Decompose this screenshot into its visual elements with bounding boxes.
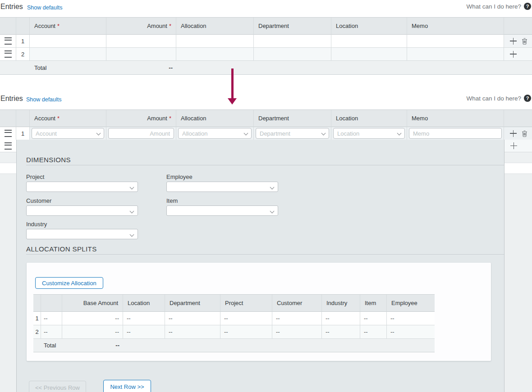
department-cell[interactable] bbox=[254, 48, 331, 61]
account-cell[interactable] bbox=[30, 35, 106, 48]
table-row: 2 bbox=[0, 48, 532, 61]
allocation-cell[interactable] bbox=[176, 35, 254, 48]
memo-cell[interactable] bbox=[407, 35, 504, 48]
amount-cell[interactable] bbox=[106, 48, 176, 61]
show-defaults-link-detail[interactable]: Show defaults bbox=[26, 96, 62, 103]
alloc-cell: -- bbox=[41, 312, 62, 325]
column-header-amount: Amount bbox=[147, 23, 167, 29]
drag-handle-icon[interactable] bbox=[5, 142, 12, 150]
alloc-cell-department: -- bbox=[165, 325, 220, 339]
customer-select[interactable] bbox=[26, 205, 138, 216]
chevron-down-icon bbox=[270, 185, 275, 190]
entries-header-row: Account* Amount* Allocation Department L… bbox=[0, 18, 532, 35]
help-icon[interactable]: ? bbox=[524, 95, 531, 102]
header-drag-column bbox=[0, 18, 16, 35]
column-header-memo: Memo bbox=[412, 115, 428, 122]
help-icon[interactable]: ? bbox=[524, 3, 531, 10]
alloc-cell-employee: -- bbox=[387, 325, 435, 339]
account-cell[interactable] bbox=[30, 48, 106, 61]
rail-background bbox=[504, 174, 532, 392]
employee-label: Employee bbox=[166, 173, 193, 180]
entries-table-detail: Account* Amount* Allocation Department L… bbox=[0, 109, 532, 140]
alloc-cell-industry: -- bbox=[322, 325, 360, 339]
alloc-header-project: Project bbox=[225, 300, 243, 306]
previous-row-button[interactable]: << Previous Row bbox=[29, 381, 86, 392]
required-asterisk: * bbox=[169, 115, 171, 122]
help-link-top[interactable]: What can I do here? ? bbox=[466, 3, 531, 10]
alloc-cell-industry: -- bbox=[322, 312, 360, 325]
industry-select[interactable] bbox=[26, 229, 138, 239]
memo-input[interactable] bbox=[409, 128, 502, 139]
project-label: Project bbox=[26, 173, 44, 180]
alloc-header-department: Department bbox=[170, 300, 200, 306]
customize-allocation-button[interactable]: Customize Allocation bbox=[35, 277, 103, 289]
rail-background bbox=[0, 174, 16, 392]
total-amount: -- bbox=[106, 64, 176, 71]
allocation-splits-card: Customize Allocation Base Amount Locatio… bbox=[27, 263, 491, 361]
location-select[interactable] bbox=[333, 128, 405, 139]
header-drag-column bbox=[0, 110, 16, 127]
alloc-cell-department: -- bbox=[165, 312, 220, 325]
alloc-cell-location: -- bbox=[123, 325, 165, 339]
next-row-button[interactable]: Next Row >> bbox=[103, 380, 151, 392]
alloc-header-industry: Industry bbox=[326, 300, 347, 306]
header-actions-column bbox=[504, 110, 532, 127]
add-row-button[interactable] bbox=[510, 51, 517, 58]
row-number: 1 bbox=[16, 127, 30, 140]
row-stripe bbox=[0, 163, 16, 174]
drag-handle-icon[interactable] bbox=[5, 130, 12, 137]
amount-cell[interactable] bbox=[106, 35, 176, 48]
location-cell[interactable] bbox=[331, 35, 407, 48]
department-cell[interactable] bbox=[254, 35, 331, 48]
required-asterisk: * bbox=[57, 23, 60, 29]
alloc-row: 1 -- -- -- -- -- -- -- -- -- bbox=[33, 312, 435, 325]
column-header-allocation: Allocation bbox=[181, 23, 206, 29]
row-number: 2 bbox=[16, 48, 30, 61]
project-select[interactable] bbox=[26, 182, 138, 192]
arrow-head-icon bbox=[228, 98, 237, 105]
alloc-cell-item: -- bbox=[360, 325, 387, 339]
chevron-down-icon bbox=[130, 232, 134, 237]
column-header-account: Account bbox=[34, 115, 55, 122]
memo-cell[interactable] bbox=[407, 48, 504, 61]
journal-entries-page: Entries Show defaults What can I do here… bbox=[0, 0, 532, 392]
show-defaults-link-top[interactable]: Show defaults bbox=[27, 5, 63, 11]
delete-row-button[interactable] bbox=[522, 38, 527, 45]
help-link-detail[interactable]: What can I do here? ? bbox=[466, 95, 531, 102]
chevron-down-icon bbox=[130, 185, 134, 190]
alloc-row: 2 -- -- -- -- -- -- -- -- -- bbox=[33, 325, 435, 339]
drag-handle-icon[interactable] bbox=[5, 37, 12, 45]
alloc-row-number: 1 bbox=[33, 312, 41, 325]
column-header-location: Location bbox=[336, 115, 358, 122]
alloc-header-customer: Customer bbox=[277, 300, 302, 306]
table-row: 1 bbox=[0, 35, 532, 48]
down-arrow-annotation bbox=[228, 68, 237, 105]
location-cell[interactable] bbox=[331, 48, 407, 61]
alloc-cell-base-amount: -- bbox=[62, 312, 123, 325]
amount-input[interactable] bbox=[108, 128, 174, 139]
expanded-row-detail: DIMENSIONS Project Employee Customer Ite… bbox=[0, 140, 532, 392]
alloc-cell-project: -- bbox=[220, 325, 272, 339]
add-row-button[interactable] bbox=[510, 142, 517, 149]
alloc-header-employee: Employee bbox=[391, 300, 417, 306]
allocation-cell[interactable] bbox=[176, 48, 254, 61]
add-row-button[interactable] bbox=[510, 38, 517, 45]
delete-row-button[interactable] bbox=[522, 130, 527, 137]
alloc-header-item: Item bbox=[365, 300, 376, 306]
account-select[interactable] bbox=[32, 128, 104, 139]
dimensions-heading: DIMENSIONS bbox=[26, 156, 504, 165]
alloc-row-number: 2 bbox=[33, 325, 41, 339]
total-label: Total bbox=[30, 64, 106, 71]
allocation-splits-heading: ALLOCATION SPLITS bbox=[26, 245, 504, 255]
add-row-button[interactable] bbox=[510, 130, 517, 137]
item-select[interactable] bbox=[166, 205, 278, 216]
alloc-cell: -- bbox=[41, 325, 62, 339]
employee-select[interactable] bbox=[166, 182, 278, 192]
item-label: Item bbox=[166, 197, 178, 204]
allocation-splits-table: Base Amount Location Department Project … bbox=[33, 294, 435, 352]
allocation-select[interactable] bbox=[178, 128, 252, 139]
department-select[interactable] bbox=[256, 128, 329, 139]
alloc-cell-base-amount: -- bbox=[62, 325, 123, 339]
drag-handle-icon[interactable] bbox=[5, 50, 12, 58]
chevron-down-icon bbox=[130, 209, 134, 214]
